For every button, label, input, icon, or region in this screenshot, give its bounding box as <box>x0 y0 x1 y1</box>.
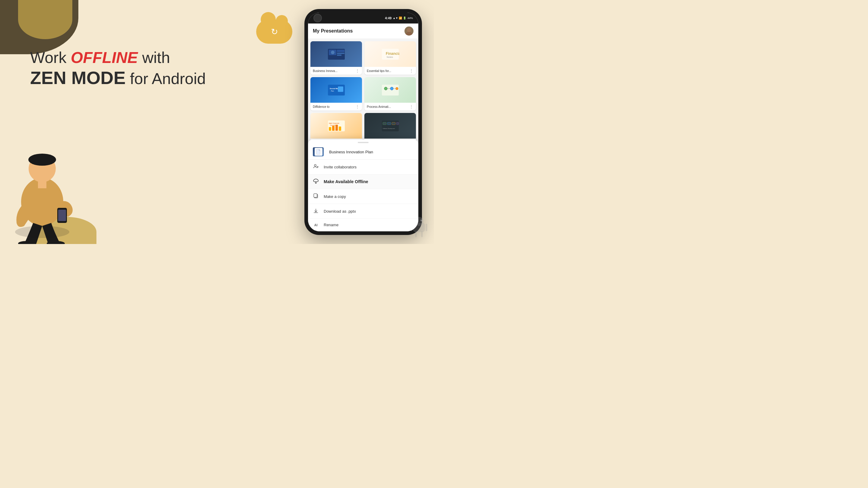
sheet-file-icon <box>315 148 322 156</box>
svg-rect-40 <box>392 122 396 125</box>
menu-label-copy: Make a copy <box>324 194 346 199</box>
status-icons: ▲▼ 📶 🔋 <box>393 17 406 20</box>
app-title: My Presentations <box>313 28 352 34</box>
main-headline: Work OFFLINE with ZEN MODE for Android <box>30 48 206 88</box>
sheet-handle <box>358 142 369 143</box>
more-btn-3[interactable]: ⋮ <box>355 104 360 109</box>
svg-rect-41 <box>396 122 399 125</box>
svg-rect-36 <box>339 127 341 131</box>
phone-frame: 4:49 ▲▼ 📶 🔋 44% My Presentations <box>304 9 422 235</box>
thumb-4 <box>364 77 416 103</box>
bottom-sheet: Business Innovation Plan Invite collabor… <box>308 139 418 231</box>
svg-rect-37 <box>382 121 399 131</box>
thumb-2: Financial Notes <box>364 41 416 67</box>
person-illustration <box>0 118 108 244</box>
svg-text:Plan: Plan <box>331 90 334 92</box>
zen-mode-text: ZEN MODE <box>30 68 126 88</box>
svg-text:Notes: Notes <box>387 56 393 59</box>
menu-item-download[interactable]: Download as .pptx <box>308 204 418 219</box>
sheet-presentation-title: Business Innovation Plan <box>329 150 373 154</box>
phone-status-bar: 4:49 ▲▼ 📶 🔋 44% <box>308 13 418 24</box>
svg-point-27 <box>390 87 393 90</box>
sheet-header: Business Innovation Plan <box>308 144 418 160</box>
presentation-item-3[interactable]: Social Media Plan Diffidence to ⋮ <box>310 77 362 110</box>
svg-rect-38 <box>383 122 386 125</box>
svg-rect-15 <box>337 53 344 54</box>
more-btn-4[interactable]: ⋮ <box>409 104 413 109</box>
offline-text: OFFLINE <box>71 49 138 66</box>
menu-item-rename[interactable]: AI Rename <box>308 219 418 231</box>
svg-rect-33 <box>329 127 331 131</box>
work-text: Work <box>30 49 71 66</box>
svg-rect-14 <box>337 50 344 52</box>
menu-label-download: Download as .pptx <box>324 209 356 214</box>
svg-point-25 <box>384 87 387 90</box>
more-btn-1[interactable]: ⋮ <box>355 68 360 73</box>
bg-shape-top-yellow <box>18 0 72 39</box>
rename-icon: AI <box>313 223 319 227</box>
phone-screen: 4:49 ▲▼ 📶 🔋 44% My Presentations <box>308 13 418 231</box>
menu-label-rename: Rename <box>324 223 338 227</box>
copy-icon <box>313 193 319 200</box>
phone-camera <box>313 14 322 22</box>
presentation-item-4[interactable]: Process Animati... ⋮ <box>364 77 416 110</box>
svg-text:Agile Corporate: Agile Corporate <box>329 122 339 124</box>
svg-rect-5 <box>58 210 66 221</box>
svg-rect-34 <box>332 126 335 131</box>
svg-point-10 <box>406 32 412 36</box>
presentation-info-4: Process Animati... ⋮ <box>364 103 416 110</box>
svg-point-13 <box>331 51 335 54</box>
presentation-item-1[interactable]: Business Innova... ⋮ <box>310 41 362 75</box>
menu-label-offline: Make Available Offline <box>324 179 368 184</box>
svg-rect-49 <box>314 194 317 197</box>
presentation-name-2: Essential tips for... <box>367 69 391 73</box>
svg-point-44 <box>314 164 316 166</box>
with-text: with <box>138 49 170 66</box>
presentation-info-3: Diffidence to ⋮ <box>310 103 362 110</box>
headline-line1: Work OFFLINE with <box>30 48 206 67</box>
presentation-item-2[interactable]: Financial Notes Essential tips for... ⋮ <box>364 41 416 75</box>
presentation-name-1: Business Innova... <box>313 69 338 73</box>
app-header: My Presentations <box>308 24 418 39</box>
download-icon <box>313 208 319 215</box>
cloud-decoration: ↻ <box>256 20 296 50</box>
svg-rect-35 <box>336 125 338 131</box>
thumb-3: Social Media Plan <box>310 77 362 103</box>
svg-point-29 <box>396 87 398 90</box>
menu-label-invite: Invite collaborators <box>324 165 356 169</box>
status-bar-icons: 4:49 ▲▼ 📶 🔋 44% <box>385 16 413 20</box>
svg-rect-3 <box>38 181 46 188</box>
offline-icon <box>313 178 319 185</box>
svg-point-9 <box>407 28 411 32</box>
phone-mockup: 4:49 ▲▼ 📶 🔋 44% My Presentations <box>304 9 422 235</box>
svg-point-2 <box>28 154 56 166</box>
presentation-name-3: Diffidence to <box>313 105 330 108</box>
user-avatar[interactable] <box>404 27 413 36</box>
svg-text:Financial: Financial <box>386 52 399 56</box>
thumb-1 <box>310 41 362 67</box>
svg-rect-24 <box>382 85 399 96</box>
person-svg <box>0 118 96 244</box>
menu-item-offline[interactable]: Make Available Offline <box>308 174 418 189</box>
menu-item-invite[interactable]: Invite collaborators <box>308 160 418 174</box>
svg-rect-16 <box>337 55 341 56</box>
thumb-6: Software Development <box>364 113 416 138</box>
svg-text:Software Development: Software Development <box>383 128 395 129</box>
invite-icon <box>313 164 319 170</box>
headline-line2: ZEN MODE for Android <box>30 68 206 88</box>
presentation-info-2: Essential tips for... ⋮ <box>364 67 416 75</box>
status-time: 4:49 <box>385 16 392 20</box>
battery-level: 44% <box>407 17 413 20</box>
more-btn-2[interactable]: ⋮ <box>409 68 413 73</box>
presentation-name-4: Process Animati... <box>367 105 391 108</box>
svg-rect-39 <box>387 122 391 125</box>
sync-cloud-icon: ↻ <box>271 27 278 37</box>
svg-rect-23 <box>338 87 343 92</box>
presentations-grid: Business Innova... ⋮ Financial Notes <box>308 39 418 149</box>
presentation-info-1: Business Innova... ⋮ <box>310 67 362 75</box>
menu-item-copy[interactable]: Make a copy <box>308 189 418 204</box>
thumb-5: Agile Corporate Growth <box>310 113 362 138</box>
for-android-text: for Android <box>126 70 206 87</box>
svg-point-6 <box>15 226 69 238</box>
